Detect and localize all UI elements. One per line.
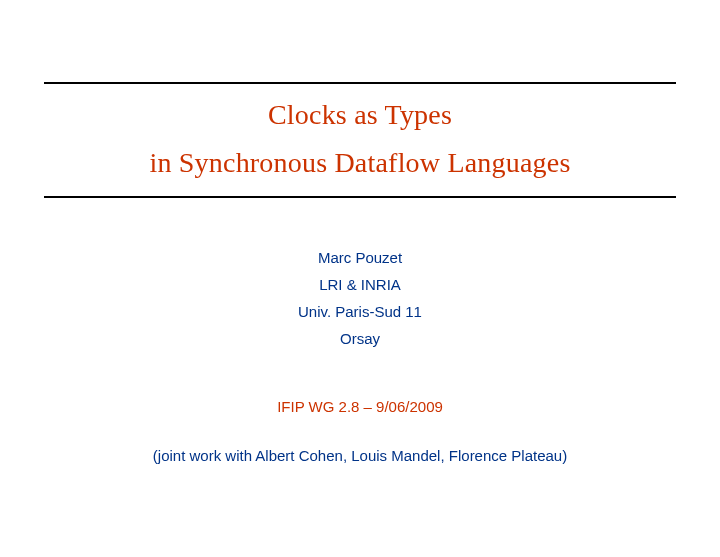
author-affiliation1: LRI & INRIA	[0, 271, 720, 298]
title-line1: Clocks as Types	[0, 98, 720, 132]
rule-bottom	[44, 196, 676, 198]
joint-work-line: (joint work with Albert Cohen, Louis Man…	[0, 447, 720, 464]
author-block: Marc Pouzet LRI & INRIA Univ. Paris-Sud …	[0, 244, 720, 352]
author-location: Orsay	[0, 325, 720, 352]
author-name: Marc Pouzet	[0, 244, 720, 271]
event-line: IFIP WG 2.8 – 9/06/2009	[0, 398, 720, 415]
title-line2: in Synchronous Dataflow Languages	[0, 146, 720, 180]
author-affiliation2: Univ. Paris-Sud 11	[0, 298, 720, 325]
title-block: Clocks as Types in Synchronous Dataflow …	[0, 98, 720, 179]
rule-top	[44, 82, 676, 84]
slide: Clocks as Types in Synchronous Dataflow …	[0, 0, 720, 557]
